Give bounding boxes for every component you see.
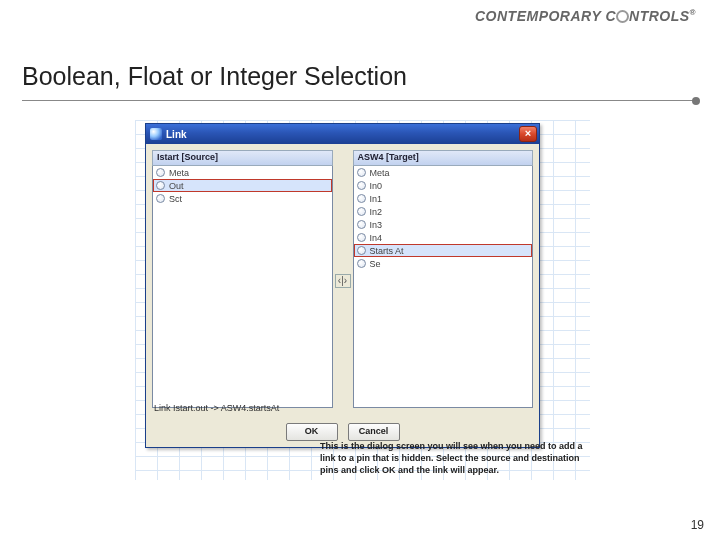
list-item[interactable]: In2 <box>354 205 533 218</box>
slide-caption: This is the dialog screen you will see w… <box>320 440 590 476</box>
list-item[interactable]: In1 <box>354 192 533 205</box>
target-listbox[interactable]: MetaIn0In1In2In3In4Starts AtSe <box>353 166 534 408</box>
list-item[interactable]: Meta <box>153 166 332 179</box>
link-summary-text: Link Istart.out -> ASW4.startsAt <box>154 403 279 413</box>
list-item-label: Sct <box>169 194 182 204</box>
screenshot-stage: type=Boolean Out 0 Link × Istart [Source… <box>135 120 590 480</box>
slide-title: Boolean, Float or Integer Selection <box>22 62 407 91</box>
radio-icon <box>156 168 165 177</box>
radio-icon <box>156 181 165 190</box>
source-listbox[interactable]: MetaOutSct <box>152 166 333 408</box>
list-item-label: In1 <box>370 194 383 204</box>
list-item[interactable]: Starts At <box>354 244 533 257</box>
dialog-title: Link <box>166 129 187 140</box>
list-item-label: Se <box>370 259 381 269</box>
source-header: Istart [Source] <box>152 150 333 166</box>
list-item[interactable]: Out <box>153 179 332 192</box>
target-panel: ASW4 [Target] MetaIn0In1In2In3In4Starts … <box>353 150 534 408</box>
source-panel: Istart [Source] MetaOutSct <box>152 150 333 408</box>
radio-icon <box>357 168 366 177</box>
close-icon[interactable]: × <box>519 126 537 142</box>
brand-logo: CONTEMPORARY CNTROLS® <box>475 8 696 24</box>
radio-icon <box>357 194 366 203</box>
radio-icon <box>357 233 366 242</box>
radio-icon <box>357 181 366 190</box>
list-item-label: Out <box>169 181 184 191</box>
list-item-label: Starts At <box>370 246 404 256</box>
list-item[interactable]: Sct <box>153 192 332 205</box>
target-header: ASW4 [Target] <box>353 150 534 166</box>
list-item-label: In3 <box>370 220 383 230</box>
list-item-label: In4 <box>370 233 383 243</box>
ok-button[interactable]: OK <box>286 423 338 441</box>
link-icon <box>150 128 162 140</box>
radio-icon <box>357 259 366 268</box>
page-number: 19 <box>691 518 704 532</box>
list-item-label: Meta <box>169 168 189 178</box>
cancel-button[interactable]: Cancel <box>348 423 400 441</box>
radio-icon <box>357 220 366 229</box>
list-item[interactable]: Se <box>354 257 533 270</box>
title-underline <box>22 100 696 101</box>
list-item[interactable]: In3 <box>354 218 533 231</box>
splitter-handle-icon[interactable]: ‹|› <box>335 274 351 288</box>
radio-icon <box>357 246 366 255</box>
list-item-label: Meta <box>370 168 390 178</box>
radio-icon <box>357 207 366 216</box>
link-dialog: Link × Istart [Source] MetaOutSct ASW4 [… <box>145 123 540 448</box>
list-item[interactable]: In0 <box>354 179 533 192</box>
list-item-label: In0 <box>370 181 383 191</box>
list-item[interactable]: In4 <box>354 231 533 244</box>
list-item-label: In2 <box>370 207 383 217</box>
list-item[interactable]: Meta <box>354 166 533 179</box>
radio-icon <box>156 194 165 203</box>
titlebar[interactable]: Link × <box>146 124 539 144</box>
